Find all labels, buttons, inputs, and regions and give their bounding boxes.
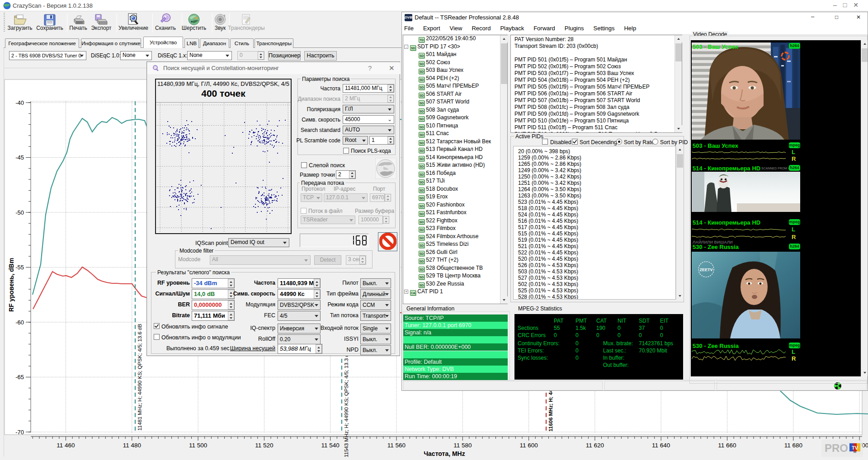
svg-text:11 500: 11 500 — [189, 442, 207, 449]
svg-text:11 480: 11 480 — [123, 442, 141, 449]
svg-text:11 620: 11 620 — [586, 442, 604, 449]
svg-text:11 680: 11 680 — [784, 442, 802, 449]
svg-text:11 660: 11 660 — [718, 442, 736, 449]
svg-text:11543 MHz; H; 44990 KS; QPSK;: 11543 MHz; H; 44990 KS; QPSK; 4/5; 13.3 … — [344, 350, 349, 457]
svg-text:-40: -40 — [15, 99, 24, 106]
svg-text:ZEETV: ZEETV — [699, 268, 712, 272]
svg-text:-55: -55 — [15, 264, 24, 271]
svg-text:-60: -60 — [15, 319, 24, 326]
svg-text:TV: TV — [852, 445, 859, 451]
svg-text:11 540: 11 540 — [321, 442, 340, 449]
svg-text:-65: -65 — [15, 374, 24, 380]
svg-text:11 460: 11 460 — [57, 442, 75, 449]
svg-text:RF уровень, dBm: RF уровень, dBm — [8, 258, 15, 312]
svg-text:-70: -70 — [15, 429, 24, 436]
svg-text:11 520: 11 520 — [255, 442, 273, 449]
svg-text:-45: -45 — [15, 154, 24, 161]
svg-text:11 580: 11 580 — [453, 442, 472, 449]
svg-text:11 640: 11 640 — [652, 442, 670, 449]
svg-text:Частота, MHz: Частота, MHz — [424, 450, 465, 457]
svg-text:11481 MHz; H; 44990 KS; QPSK;: 11481 MHz; H; 44990 KS; QPSK; 4/5; 13.6 … — [137, 324, 142, 431]
svg-text:11 560: 11 560 — [387, 442, 406, 449]
svg-text:11 600: 11 600 — [519, 442, 538, 449]
svg-text:-50: -50 — [15, 209, 24, 216]
